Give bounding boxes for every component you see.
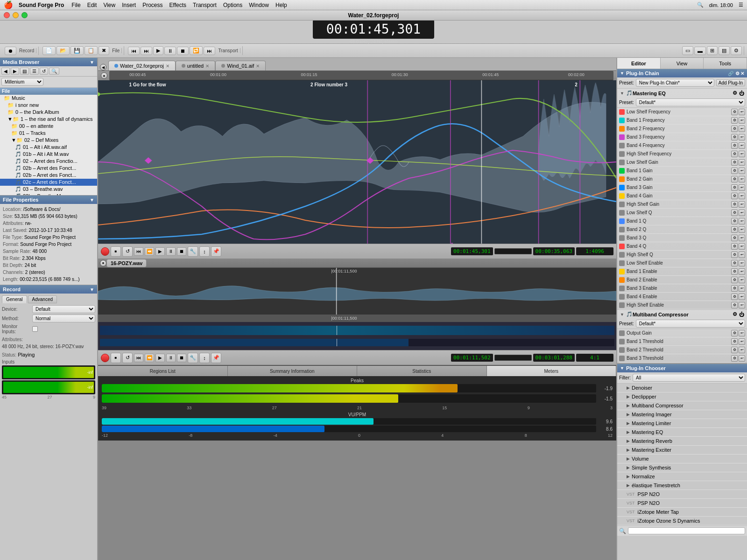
menu-process[interactable]: Process [142, 2, 162, 8]
tree-arret02c[interactable]: 🎵02c – Arret des Fonct... [0, 179, 97, 186]
tree-breathe[interactable]: 🎵03 – Breathe.wav [0, 186, 97, 193]
chooser-simple-synthesis[interactable]: ▶ Simple Synthesis [617, 463, 747, 472]
stop-btn-1[interactable]: ■ [111, 246, 121, 257]
loop-btn-2[interactable]: ↺ [122, 353, 133, 363]
eq-btn-band2-q-2[interactable]: ↩ [739, 226, 745, 233]
pause-btn[interactable]: ⏸ [164, 47, 176, 55]
eq-btn-band1-gain-1[interactable]: ⚙ [731, 168, 738, 174]
file-properties-toggle[interactable]: ▼ [90, 197, 94, 203]
transport-input-2[interactable] [494, 355, 532, 361]
mc-btn-b2t-1[interactable]: ⚙ [731, 347, 738, 353]
eq-btn-band1-q-2[interactable]: ↩ [739, 218, 745, 224]
media-browser-header[interactable]: Media Browser ▼ [0, 58, 97, 66]
go-start-btn-1[interactable]: ⏮ [134, 247, 143, 256]
tree-arret02b[interactable]: 🎵02b – Arret des Fonct... [0, 165, 97, 172]
maximize-button[interactable] [21, 12, 28, 18]
chooser-izotope-ozone[interactable]: VST iZotope Ozone S Dynamics [617, 517, 747, 525]
open-btn[interactable]: 📂 [56, 46, 70, 55]
record-btn-1[interactable] [101, 247, 109, 256]
eq-btn-band3-freq-1[interactable]: ⚙ [731, 134, 738, 140]
tab-general[interactable]: General [2, 295, 27, 303]
eq-btn-band2-gain-2[interactable]: ↩ [739, 176, 745, 182]
menu-help[interactable]: Help [275, 2, 287, 8]
plugin-chain-header[interactable]: ▼ Plug-In Chain 🔗 ⚙ ✕ [617, 69, 747, 77]
eq-btn-band3-gain-1[interactable]: ⚙ [731, 184, 738, 191]
menu-window[interactable]: Window [249, 2, 269, 8]
menu-insert[interactable]: Insert [122, 2, 136, 8]
menu-file[interactable]: File [71, 2, 80, 8]
eq-preset-select[interactable]: Default* [636, 98, 745, 106]
pause-btn-2[interactable]: ⏸ [166, 354, 176, 362]
eq-btn-band3-en-2[interactable]: ↩ [739, 285, 745, 292]
eq-btn-lowshelf-en-2[interactable]: ↩ [739, 260, 745, 266]
eq-btn-band1-en-2[interactable]: ↩ [739, 268, 745, 275]
transport-input-1[interactable] [494, 248, 532, 254]
eq-settings-icon[interactable]: ⚙ [733, 90, 737, 96]
library-select[interactable]: Millenium [1, 78, 43, 86]
media-browser-toggle[interactable]: ▼ [90, 60, 94, 65]
eq-btn-band4-freq-2[interactable]: ↩ [739, 142, 745, 149]
tree-defmixes[interactable]: ▼📁02 – Def Mixes [0, 137, 97, 144]
waveform-tool-4[interactable]: 🔧 [188, 353, 198, 363]
go-start-btn[interactable]: ⏮ [128, 47, 140, 55]
eq-btn-lowshelf-gain-1[interactable]: ⚙ [731, 159, 738, 166]
tab-view[interactable]: View [661, 58, 704, 69]
eq-btn-band4-gain-1[interactable]: ⚙ [731, 193, 738, 199]
go-end-btn[interactable]: ⏭ [204, 47, 215, 55]
menu-effects[interactable]: Effects [169, 2, 186, 8]
close-button[interactable] [4, 12, 10, 18]
mb-search-btn[interactable]: 🔍 [49, 68, 59, 75]
mb-fwd-btn[interactable]: ▶ [11, 68, 19, 75]
play-btn-1[interactable]: ▶ [155, 247, 165, 256]
chooser-mastering-imager[interactable]: ▶ Mastering Imager [617, 410, 747, 419]
tree-arret02b2[interactable]: 🎵02b – Arret des Fonct... [0, 172, 97, 179]
record-btn-2[interactable] [101, 354, 109, 362]
eq-btn-band4-en-2[interactable]: ↩ [739, 294, 745, 300]
chooser-psp-n2o-1[interactable]: VST PSP N2O [617, 490, 747, 499]
tab-close-2[interactable]: ✕ [205, 63, 209, 69]
prev-btn-2[interactable]: ⏪ [145, 354, 154, 362]
waveform-tool-3[interactable]: 📌 [211, 246, 221, 257]
eq-btn-highshelf-gain-1[interactable]: ⚙ [731, 201, 738, 208]
second-track-title[interactable]: 16-POZY.wav [106, 259, 147, 267]
chooser-volume[interactable]: ▶ Volume [617, 455, 747, 463]
eq-btn-band3-q-2[interactable]: ↩ [739, 235, 745, 241]
eq-btn-band4-freq-1[interactable]: ⚙ [731, 142, 738, 149]
chooser-izotope-meter[interactable]: VST iZotope Meter Tap [617, 508, 747, 517]
mb-grid-btn[interactable]: ▤ [20, 68, 29, 75]
chain-preset-select[interactable]: New Plug-In Chain* [636, 79, 714, 87]
view-btn-4[interactable]: ▤ [719, 46, 730, 55]
eq-btn-highshelf-gain-2[interactable]: ↩ [739, 201, 745, 208]
mb-list-btn[interactable]: ☰ [30, 68, 39, 75]
mc-btn-b3t-2[interactable]: ↩ [739, 355, 745, 362]
menu-edit[interactable]: Edit [87, 2, 97, 8]
tree-attente[interactable]: 📁00 – en attente [0, 123, 97, 130]
tab-editor[interactable]: Editor [617, 58, 661, 69]
tab-close-3[interactable]: ✕ [256, 63, 260, 69]
wf-circle-btn[interactable]: ● [101, 72, 107, 79]
chooser-psp-n2o-2[interactable]: VST PSP N2O [617, 499, 747, 508]
waveform-tool-1[interactable]: 🔧 [188, 246, 198, 257]
eq-btn-lowshelf-q-2[interactable]: ↩ [739, 210, 745, 216]
eq-btn-band4-q-2[interactable]: ↩ [739, 243, 745, 250]
chooser-multiband[interactable]: ▶ Multiband Compressor [617, 401, 747, 410]
stop-btn[interactable]: ⏹ [177, 47, 189, 55]
prev-btn[interactable]: ⏭ [141, 47, 152, 55]
chooser-denoiser[interactable]: ▶ Denoiser [617, 384, 747, 392]
chooser-search-input[interactable] [628, 527, 745, 534]
eq-btn-highshelf-q-1[interactable]: ⚙ [731, 252, 738, 258]
eq-btn-highshelf-freq-2[interactable]: ↩ [739, 151, 745, 157]
view-btn-2[interactable]: ▬ [694, 47, 706, 55]
chooser-mastering-exciter[interactable]: ▶ Mastering Exciter [617, 446, 747, 455]
stop-btn-2[interactable]: ⏹ [177, 247, 186, 256]
multiband-compressor-header[interactable]: ▼ 🎵 Multiband Compressor ⚙ ⏻ [617, 310, 747, 319]
monitor-checkbox[interactable] [32, 326, 38, 332]
eq-btn-lowshelf-en-1[interactable]: ⚙ [731, 260, 738, 266]
eq-btn-band2-en-2[interactable]: ↩ [739, 277, 745, 283]
second-track-circle[interactable]: ● [100, 260, 106, 266]
tab-untitled[interactable]: untitled ✕ [176, 61, 215, 70]
tree-arret02[interactable]: 🎵02 – Arret des Fonctio... [0, 158, 97, 165]
eq-btn-band2-en-1[interactable]: ⚙ [731, 277, 738, 283]
close-file-btn[interactable]: ✖ [99, 46, 109, 55]
tree-dark[interactable]: 📁0 – the Dark Album [0, 109, 97, 116]
